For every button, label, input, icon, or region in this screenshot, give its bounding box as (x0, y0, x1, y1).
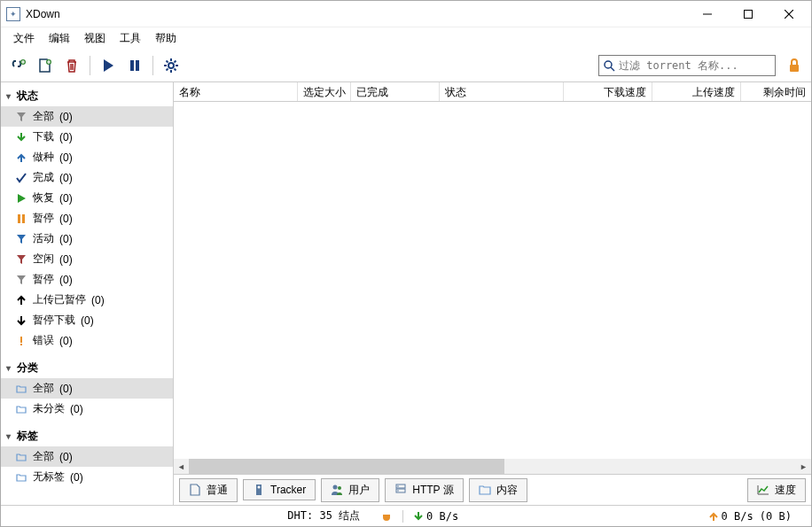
sidebar-item-inactive[interactable]: 空闲 (0) (1, 249, 173, 269)
search-box[interactable] (598, 55, 776, 76)
svg-marker-6 (104, 59, 113, 72)
sidebar-item-count: (0) (91, 294, 105, 306)
window-title: XDown (26, 8, 687, 20)
lock-icon[interactable] (785, 56, 804, 75)
add-file-button[interactable] (35, 55, 56, 76)
column-dlspeed[interactable]: 下载速度 (564, 82, 652, 101)
sidebar-item-error[interactable]: 错误 (0) (1, 330, 173, 351)
sidebar-item-label: 做种 (33, 150, 54, 165)
funnel-icon (15, 254, 27, 265)
menu-view[interactable]: 视图 (77, 29, 113, 48)
close-button[interactable] (769, 1, 809, 27)
sidebar-item-upload-paused[interactable]: 上传已暂停 (0) (1, 290, 173, 310)
toolbar-separator (90, 56, 90, 75)
sidebar-item-tag-untagged[interactable]: 无标签 (0) (1, 467, 173, 487)
menu-file[interactable]: 文件 (6, 29, 42, 48)
sidebar-item-label: 暂停 (33, 211, 54, 226)
menu-help[interactable]: 帮助 (148, 29, 183, 48)
scroll-left-arrow[interactable]: ◄ (174, 459, 189, 474)
settings-button[interactable] (160, 55, 182, 76)
tab-general[interactable]: 普通 (179, 478, 238, 502)
svg-line-19 (611, 67, 614, 71)
sidebar-item-category-uncategorized[interactable]: 未分类 (0) (1, 399, 173, 419)
download-icon (15, 132, 27, 143)
svg-rect-24 (22, 214, 25, 223)
sidebar-group-category[interactable]: ▾ 分类 (1, 358, 173, 378)
content-area: 名称 选定大小 已完成 状态 下载速度 上传速度 剩余时间 ◄ ► 普通 (174, 82, 811, 505)
tab-speed[interactable]: 速度 (747, 478, 806, 502)
status-firewall[interactable] (371, 510, 402, 523)
svg-line-17 (167, 68, 168, 70)
tab-users[interactable]: 用户 (321, 478, 379, 502)
svg-point-31 (258, 486, 261, 489)
sidebar-item-active[interactable]: 活动 (0) (1, 229, 173, 249)
column-name[interactable]: 名称 (174, 82, 298, 101)
sidebar-item-stalled[interactable]: 暂停 (0) (1, 269, 173, 290)
sidebar-item-tag-all[interactable]: 全部 (0) (1, 446, 173, 467)
svg-rect-7 (130, 60, 134, 71)
tab-label: 用户 (348, 483, 370, 498)
sidebar-item-download-paused[interactable]: 暂停下载 (0) (1, 310, 173, 330)
sidebar-item-all[interactable]: 全部 (0) (1, 106, 173, 127)
pause-button[interactable] (124, 55, 145, 76)
svg-rect-8 (136, 60, 139, 71)
column-status[interactable]: 状态 (440, 82, 564, 101)
svg-line-16 (175, 60, 176, 62)
status-upload-speed: 0 B/s (0 B) (699, 510, 802, 523)
window-buttons (687, 1, 809, 27)
tab-content[interactable]: 内容 (469, 478, 527, 502)
svg-rect-1 (745, 10, 753, 18)
sidebar-group-tags[interactable]: ▾ 标签 (1, 426, 173, 446)
scroll-right-arrow[interactable]: ► (796, 459, 811, 474)
funnel-icon (15, 234, 27, 244)
minimize-button[interactable] (687, 1, 728, 27)
sidebar-item-count: (0) (59, 151, 73, 164)
chevron-down-icon: ▾ (6, 91, 17, 101)
tab-http-source[interactable]: HTTP 源 (385, 478, 463, 502)
svg-rect-20 (790, 65, 799, 72)
svg-marker-21 (17, 112, 26, 121)
sidebar-item-count: (0) (59, 192, 73, 205)
sidebar-item-label: 完成 (33, 170, 54, 185)
menu-tools[interactable]: 工具 (113, 29, 148, 48)
sidebar-item-category-all[interactable]: 全部 (0) (1, 378, 173, 399)
sidebar-item-resumed[interactable]: 恢复 (0) (1, 188, 173, 208)
sidebar-item-seeding[interactable]: 做种 (0) (1, 147, 173, 167)
upload-arrow-icon (15, 295, 27, 306)
sidebar-group-status[interactable]: ▾ 状态 (1, 86, 173, 106)
tab-label: 内容 (496, 483, 518, 498)
menu-edit[interactable]: 编辑 (42, 29, 77, 48)
folder-icon (15, 472, 27, 483)
sidebar-item-completed[interactable]: 完成 (0) (1, 167, 173, 188)
delete-button[interactable] (61, 55, 82, 76)
sidebar-item-count: (0) (59, 213, 73, 225)
sidebar-item-paused[interactable]: 暂停 (0) (1, 208, 173, 229)
users-icon (331, 484, 343, 496)
scroll-thumb[interactable] (189, 459, 504, 474)
sidebar-item-count: (0) (70, 471, 83, 484)
sidebar-group-label: 标签 (17, 429, 38, 444)
funnel-icon (15, 112, 27, 122)
horizontal-scrollbar[interactable]: ◄ ► (174, 459, 811, 474)
status-ul-text: 0 B/s (0 B) (722, 510, 792, 523)
chart-icon (757, 484, 769, 495)
add-link-button[interactable] (8, 55, 29, 76)
search-input[interactable] (619, 59, 771, 72)
sidebar-item-downloading[interactable]: 下载 (0) (1, 127, 173, 147)
start-button[interactable] (98, 55, 119, 76)
svg-rect-28 (20, 337, 22, 343)
sidebar-item-label: 错误 (33, 333, 54, 348)
scroll-track[interactable] (189, 459, 796, 474)
status-download-speed: 0 B/s (403, 510, 469, 523)
server-icon (394, 484, 407, 496)
tab-tracker[interactable]: Tracker (243, 479, 316, 500)
column-size[interactable]: 选定大小 (298, 82, 351, 101)
svg-point-32 (333, 485, 338, 490)
column-eta[interactable]: 剩余时间 (741, 82, 811, 101)
app-icon: ✦ (6, 7, 20, 21)
maximize-button[interactable] (728, 1, 769, 27)
column-upspeed[interactable]: 上传速度 (652, 82, 741, 101)
column-done[interactable]: 已完成 (351, 82, 440, 101)
table-body[interactable] (174, 102, 811, 459)
svg-marker-27 (17, 275, 26, 284)
